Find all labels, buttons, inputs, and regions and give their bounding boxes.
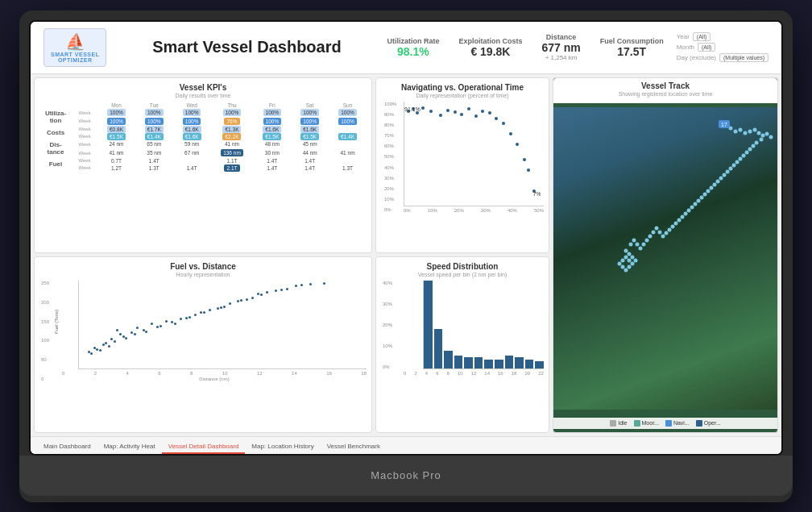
scatter-dot bbox=[240, 299, 242, 302]
filter-day-value[interactable]: (Multiple values) bbox=[719, 53, 768, 62]
scatter-dot bbox=[260, 293, 263, 296]
kpi-fuel: Fuel Consumption 17.5T bbox=[600, 37, 664, 58]
filter-day: Day (exclude) (Multiple values) bbox=[677, 53, 768, 62]
scatter-dot bbox=[160, 325, 162, 327]
kpi-cell: 100% bbox=[223, 109, 242, 116]
kpi-fuel-label: Fuel Consumption bbox=[600, 37, 664, 45]
kpi-cell: 30 nm bbox=[263, 149, 282, 156]
svg-point-13 bbox=[752, 144, 756, 148]
col-header-wed: Wed bbox=[173, 102, 211, 109]
tab-location-history[interactable]: Map: Location History bbox=[245, 440, 320, 454]
svg-point-42 bbox=[658, 230, 662, 234]
logo-box: ⛵ SMART VESSEL OPTIMIZER bbox=[44, 28, 106, 67]
svg-point-32 bbox=[690, 205, 694, 209]
dashboard-title-area: Smart Vessel Dashboard bbox=[119, 38, 374, 56]
svg-point-17 bbox=[739, 156, 743, 160]
laptop-base: Macbook Pro bbox=[19, 456, 793, 496]
svg-point-26 bbox=[710, 185, 714, 189]
kpi-cell: €0.8K bbox=[107, 126, 126, 133]
legend-mooring: Moor... bbox=[634, 420, 659, 427]
speed-bar-2 bbox=[444, 351, 453, 368]
scatter-dot bbox=[145, 331, 147, 333]
speed-bar-6 bbox=[484, 360, 493, 368]
legend-mooring-dot bbox=[634, 420, 640, 427]
speed-bar-1 bbox=[434, 329, 443, 368]
filters-panel: Year (All) Month (All) Day (exclude) (Mu… bbox=[677, 32, 768, 62]
svg-point-24 bbox=[716, 179, 720, 183]
scatter-dot bbox=[280, 289, 283, 291]
fuel-distance-subtitle: Hourly representation bbox=[39, 272, 367, 277]
svg-point-33 bbox=[687, 208, 691, 212]
kpi-cell: 41 nm bbox=[106, 149, 126, 156]
kpi-cell: 100% bbox=[107, 109, 126, 116]
scatter-dot bbox=[309, 283, 312, 285]
tab-activity-heat[interactable]: Map: Activity Heat bbox=[97, 440, 162, 454]
kpi-cell: €1.6K bbox=[263, 126, 281, 133]
kpi-cell: 41 nm bbox=[338, 149, 358, 156]
costs-week2-label: Week bbox=[72, 133, 97, 140]
scatter-dot bbox=[194, 314, 197, 316]
kpi-cell: 0.7T bbox=[109, 157, 124, 164]
filter-year-value[interactable]: (All) bbox=[693, 32, 710, 41]
svg-point-52 bbox=[624, 248, 628, 252]
legend-navigating-label: Navi... bbox=[673, 420, 690, 426]
utilization-week1-label: Week bbox=[72, 109, 97, 118]
table-row: Costs Week €0.8K €1.7K €1.6K €1.3K €1.6K… bbox=[39, 126, 367, 133]
scatter-dot bbox=[110, 338, 113, 340]
laptop-frame: ⛵ SMART VESSEL OPTIMIZER Smart Vessel Da… bbox=[19, 10, 793, 502]
filter-month-value[interactable]: (All) bbox=[698, 43, 715, 52]
kpi-cell: €1.5K bbox=[107, 133, 126, 140]
svg-point-47 bbox=[642, 242, 646, 246]
tab-vessel-detail[interactable]: Vessel Detail Dashboard bbox=[162, 440, 246, 454]
scatter-dot bbox=[223, 306, 226, 308]
nav-dot bbox=[488, 111, 491, 114]
kpi-section: Utilization Rate 98.1% Exploitation Cost… bbox=[387, 33, 663, 61]
fuel-x-axis-label: Distance (nm) bbox=[62, 377, 367, 381]
kpi-cell: 35 nm bbox=[144, 149, 164, 156]
header: ⛵ SMART VESSEL OPTIMIZER Smart Vessel Da… bbox=[31, 22, 781, 74]
svg-point-39 bbox=[668, 227, 672, 231]
kpi-distance: Distance 677 nm + 1,254 km bbox=[541, 33, 580, 61]
distance-week2-label: Week bbox=[72, 148, 97, 157]
speed-bar-10 bbox=[525, 360, 534, 368]
svg-point-59 bbox=[621, 258, 625, 262]
speed-bar-4 bbox=[464, 357, 473, 368]
legend-navigating: Navi... bbox=[665, 420, 690, 427]
col-header-fri: Fri bbox=[253, 102, 291, 109]
scatter-dot bbox=[229, 302, 231, 305]
speed-bar-0 bbox=[424, 281, 433, 368]
vessel-kpis-panel: Vessel KPI's Daily results over time Mon… bbox=[34, 77, 372, 254]
speed-bar-9 bbox=[515, 357, 524, 368]
svg-point-25 bbox=[713, 182, 717, 186]
laptop-screen: ⛵ SMART VESSEL OPTIMIZER Smart Vessel Da… bbox=[29, 20, 783, 456]
kpi-cell: €1.6K bbox=[183, 133, 201, 140]
legend-idle-label: Idle bbox=[618, 420, 627, 426]
scatter-dot bbox=[185, 317, 188, 319]
svg-point-10 bbox=[769, 135, 773, 139]
scatter-dot bbox=[220, 306, 222, 309]
svg-point-19 bbox=[732, 163, 736, 167]
svg-point-20 bbox=[729, 166, 733, 170]
svg-point-44 bbox=[652, 230, 656, 234]
scatter-dot bbox=[130, 331, 133, 334]
svg-point-31 bbox=[694, 202, 698, 206]
nav-dot bbox=[516, 143, 519, 146]
svg-point-58 bbox=[624, 255, 628, 259]
nav-dot bbox=[439, 114, 442, 117]
col-header-mon: Mon bbox=[97, 102, 135, 109]
table-row: Week 100% 100% 100% 76% 100% 100% 100% bbox=[39, 117, 367, 126]
scatter-dot bbox=[93, 347, 96, 349]
kpi-cell: 100% bbox=[338, 109, 357, 116]
tab-main-dashboard[interactable]: Main Dashboard bbox=[37, 440, 97, 454]
tab-benchmark[interactable]: Vessel Benchmark bbox=[321, 440, 387, 454]
dashboard-title: Smart Vessel Dashboard bbox=[119, 38, 374, 56]
svg-point-18 bbox=[735, 160, 740, 164]
scatter-dot bbox=[108, 345, 110, 348]
svg-point-6 bbox=[753, 127, 757, 131]
filter-month: Month (All) bbox=[677, 43, 768, 52]
vessel-track-svg: 17 bbox=[553, 107, 777, 410]
kpi-cell: 100% bbox=[183, 118, 201, 125]
nav-dot bbox=[416, 111, 419, 114]
scatter-dot bbox=[200, 311, 202, 314]
scatter-dot bbox=[174, 323, 176, 325]
